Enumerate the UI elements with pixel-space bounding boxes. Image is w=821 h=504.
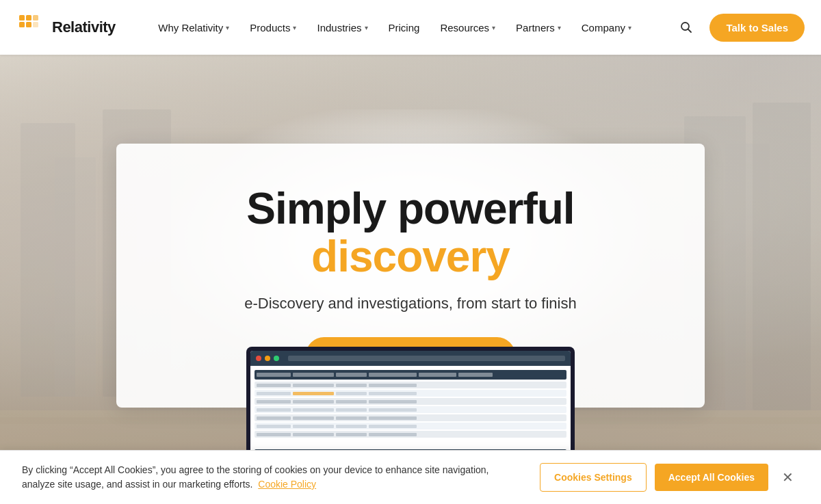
screen-header-bar [250,351,571,366]
nav-resources[interactable]: Resources ▾ [430,16,505,39]
hero-highlight: discovery [311,232,510,281]
logo-text: Relativity [52,18,116,36]
table-row [255,390,566,397]
col-header [369,373,417,377]
nav-products[interactable]: Products ▾ [240,16,306,39]
chevron-icon: ▾ [558,24,561,31]
col-header [458,373,493,377]
chevron-icon: ▾ [365,24,368,31]
svg-rect-3 [26,22,31,27]
header-right: Talk to Sales [674,14,805,42]
search-button[interactable] [674,15,699,40]
laptop-screen-inner [250,351,571,460]
table-row [255,406,566,413]
screen-dot-yellow [265,356,270,361]
laptop-screen [246,347,575,464]
screen-dot-green [274,356,279,361]
hero-headline: Simply powerful discovery [144,185,677,281]
cookie-close-button[interactable]: ✕ [777,466,799,488]
accept-all-cookies-button[interactable]: Accept All Cookies [655,464,768,491]
talk-to-sales-button[interactable]: Talk to Sales [709,14,805,42]
cookie-banner: By clicking “Accept All Cookies”, you ag… [0,450,821,504]
table-row [255,431,566,438]
svg-rect-14 [753,103,811,410]
nav-industries[interactable]: Industries ▾ [307,16,377,39]
hero-subheadline: e-Discovery and investigations, from sta… [144,295,677,313]
chevron-icon: ▾ [226,24,229,31]
main-nav: Why Relativity ▾ Products ▾ Industries ▾… [148,16,641,39]
chevron-icon: ▾ [492,24,495,31]
logo[interactable]: Relativity [16,12,116,42]
col-header [293,373,334,377]
screen-content [250,366,571,460]
col-header [336,373,367,377]
cookie-policy-link[interactable]: Cookie Policy [258,479,316,490]
table-row [255,398,566,405]
cookies-settings-button[interactable]: Cookies Settings [540,463,647,492]
screen-url-bar [288,356,565,361]
col-header [257,373,291,377]
cookie-actions: Cookies Settings Accept All Cookies ✕ [540,463,799,492]
table-header-row [255,370,566,380]
screen-dot-red [256,356,261,361]
nav-why-relativity[interactable]: Why Relativity ▾ [148,16,239,39]
svg-line-7 [688,29,692,33]
nav-pricing[interactable]: Pricing [379,16,430,39]
table-row [255,382,566,388]
svg-rect-1 [26,15,31,21]
svg-rect-9 [55,157,96,397]
site-header: Relativity Why Relativity ▾ Products ▾ I… [0,0,821,55]
hero-section: Simply powerful discovery e-Discovery an… [0,55,821,504]
chevron-icon: ▾ [293,24,296,31]
svg-rect-5 [33,22,38,27]
col-header [419,373,456,377]
close-icon: ✕ [782,470,794,485]
svg-rect-4 [33,15,38,21]
table-row [255,423,566,429]
svg-rect-2 [19,22,25,27]
search-icon [679,21,693,34]
nav-partners[interactable]: Partners ▾ [506,16,571,39]
cookie-text: By clicking “Accept All Cookies”, you ag… [22,463,523,492]
svg-rect-0 [19,15,25,21]
chevron-icon: ▾ [628,24,631,31]
table-row [255,414,566,421]
logo-icon [16,12,47,42]
table-rows [255,382,566,446]
nav-company[interactable]: Company ▾ [572,16,641,39]
